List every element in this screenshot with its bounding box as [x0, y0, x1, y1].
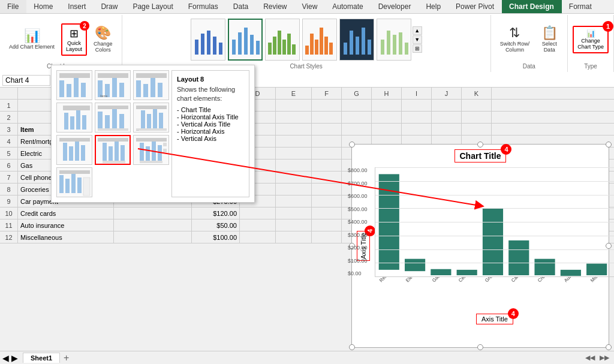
- layout-item-5[interactable]: [95, 103, 131, 133]
- add-chart-element-button[interactable]: 📊 Add Chart Element: [5, 26, 59, 53]
- cell-2-j[interactable]: [402, 112, 432, 124]
- chart-handle-br[interactable]: [606, 344, 612, 350]
- layout-item-3[interactable]: [133, 70, 169, 100]
- tab-automate[interactable]: Automate: [325, 0, 371, 13]
- chart-style-3[interactable]: [265, 19, 300, 61]
- cell-12-e[interactable]: [240, 231, 276, 243]
- cell-9-f[interactable]: [276, 195, 312, 207]
- quick-layout-button[interactable]: ⊞ QuickLayout 2: [61, 23, 87, 56]
- x-axis-title-box[interactable]: Axis Title 4: [476, 314, 513, 324]
- cell-12-d[interactable]: $100.00: [192, 231, 240, 243]
- cell-11-e[interactable]: [240, 219, 276, 231]
- layout-item-4[interactable]: Axis: [56, 103, 92, 133]
- cell-3-k[interactable]: [432, 124, 462, 136]
- chart-handle-tr[interactable]: [606, 142, 612, 148]
- cell-1-f[interactable]: [276, 100, 312, 112]
- name-box[interactable]: [2, 75, 50, 86]
- sheet-nav-right[interactable]: ▶: [11, 353, 18, 363]
- cell-6-g[interactable]: [312, 160, 342, 172]
- tab-formulas[interactable]: Formulas: [181, 0, 226, 13]
- cell-8-f[interactable]: [276, 183, 312, 195]
- cell-1-i[interactable]: [372, 100, 402, 112]
- tab-power-pivot[interactable]: Power Pivot: [449, 0, 502, 13]
- cell-2-f[interactable]: [276, 112, 312, 124]
- chart-handle-bm[interactable]: [477, 344, 483, 350]
- cell-2-l[interactable]: [462, 112, 492, 124]
- change-chart-type-button[interactable]: 📊 ChangeChart Type: [573, 26, 609, 53]
- cell-10-g[interactable]: [312, 207, 342, 219]
- cell-10-f[interactable]: [276, 207, 312, 219]
- cell-8-g[interactable]: [312, 183, 342, 195]
- cell-6-f[interactable]: [276, 160, 312, 172]
- chart-style-dark[interactable]: [339, 19, 374, 61]
- cell-11-d[interactable]: $50.00: [192, 219, 240, 231]
- cell-3-f[interactable]: [276, 124, 312, 136]
- layout-item-10[interactable]: [56, 167, 92, 197]
- tab-home[interactable]: Home: [26, 0, 61, 13]
- cell-11-b[interactable]: Auto insurance: [18, 219, 114, 231]
- layout-item-9[interactable]: [133, 135, 169, 165]
- cell-11-g[interactable]: [312, 219, 342, 231]
- cell-1-g[interactable]: [312, 100, 342, 112]
- cell-3-j[interactable]: [402, 124, 432, 136]
- tab-chart-design[interactable]: Chart Design: [502, 0, 562, 13]
- tab-developer[interactable]: Developer: [371, 0, 419, 13]
- cell-12-f[interactable]: [276, 231, 312, 243]
- chart-style-6[interactable]: [377, 19, 411, 61]
- cell-12-b[interactable]: Miscellaneous: [18, 231, 114, 243]
- cell-12-c[interactable]: [114, 231, 192, 243]
- chart-handle-ml[interactable]: [349, 243, 355, 249]
- cell-5-f[interactable]: [276, 148, 312, 160]
- layout-item-1[interactable]: [56, 70, 92, 100]
- chart-handle-tm[interactable]: [477, 142, 483, 148]
- cell-11-c[interactable]: [114, 219, 192, 231]
- switch-row-column-button[interactable]: ⇅ Switch Row/Column: [496, 23, 534, 56]
- layout-item-6[interactable]: ...: [133, 103, 169, 133]
- chart-style-2[interactable]: [228, 19, 263, 61]
- cell-9-g[interactable]: [312, 195, 342, 207]
- cell-2-h[interactable]: [342, 112, 372, 124]
- tab-data[interactable]: Data: [226, 0, 256, 13]
- cell-7-g[interactable]: [312, 172, 342, 183]
- cell-7-f[interactable]: [276, 172, 312, 183]
- tab-insert[interactable]: Insert: [61, 0, 94, 13]
- tab-review[interactable]: Review: [256, 0, 294, 13]
- cell-1-j[interactable]: [402, 100, 432, 112]
- cell-10-d[interactable]: $120.00: [192, 207, 240, 219]
- cell-1-h[interactable]: [342, 100, 372, 112]
- cell-3-h[interactable]: [342, 124, 372, 136]
- sheet-tab-sheet1[interactable]: Sheet1: [23, 353, 60, 363]
- cell-4-f[interactable]: [276, 136, 312, 148]
- tab-view[interactable]: View: [295, 0, 326, 13]
- cell-3-g[interactable]: [312, 124, 342, 136]
- tab-page-layout[interactable]: Page Layout: [125, 0, 180, 13]
- chart-style-4[interactable]: [302, 19, 337, 61]
- layout-item-8[interactable]: A: [95, 135, 131, 165]
- cell-4-g[interactable]: [312, 136, 342, 148]
- cell-2-k[interactable]: [432, 112, 462, 124]
- add-sheet-button[interactable]: +: [64, 353, 69, 363]
- cell-12-g[interactable]: [312, 231, 342, 243]
- tab-file[interactable]: File: [0, 0, 26, 13]
- cell-10-e[interactable]: [240, 207, 276, 219]
- cell-1-l[interactable]: [462, 100, 492, 112]
- y-axis-label[interactable]: Axis Title 4: [357, 231, 370, 261]
- cell-10-b[interactable]: Credit cards: [18, 207, 114, 219]
- chart-style-scroll-down[interactable]: ▼: [413, 35, 422, 44]
- cell-10-c[interactable]: [114, 207, 192, 219]
- cell-2-g[interactable]: [312, 112, 342, 124]
- layout-item-7[interactable]: [56, 135, 92, 165]
- chart-title-box[interactable]: Chart Title 4: [455, 149, 507, 163]
- tab-help[interactable]: Help: [419, 0, 449, 13]
- chart-style-scroll-up[interactable]: ▲: [413, 26, 422, 35]
- chart-style-scroll-more[interactable]: ⊞: [413, 44, 422, 53]
- cell-3-i[interactable]: [372, 124, 402, 136]
- layout-item-2[interactable]: Items: [95, 70, 131, 100]
- sheet-scroll-right[interactable]: ▶▶: [600, 354, 609, 362]
- tab-format[interactable]: Format: [562, 0, 600, 13]
- tab-draw[interactable]: Draw: [94, 0, 125, 13]
- select-data-button[interactable]: 📋 SelectData: [536, 23, 562, 56]
- chart-handle-bl[interactable]: [349, 344, 355, 350]
- cell-5-g[interactable]: [312, 148, 342, 160]
- chart-style-1[interactable]: [191, 19, 225, 61]
